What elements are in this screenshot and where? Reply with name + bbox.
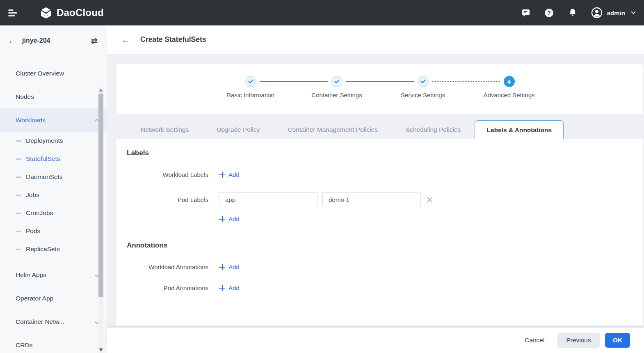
avatar <box>591 7 603 19</box>
ok-button[interactable]: OK <box>605 333 630 348</box>
tab-labels-annotations[interactable]: Labels & Annotations <box>475 120 564 139</box>
plus-icon <box>219 216 225 222</box>
switch-cluster-icon[interactable]: ⇄ <box>91 36 98 46</box>
labels-annotations-panel: Labels Workload Labels Add Pod Labels <box>116 139 643 325</box>
sidebar-item-pods[interactable]: Pods <box>0 222 107 240</box>
dash-icon <box>16 158 21 160</box>
scroll-down-arrow-icon[interactable] <box>99 348 103 351</box>
workload-labels-label: Workload Labels <box>127 171 208 178</box>
sidebar-scrollbar[interactable] <box>98 87 103 353</box>
help-icon[interactable]: ? <box>544 7 555 18</box>
page-body: Basic Information Container Settings Ser… <box>107 54 644 328</box>
sidebar-item-deployments[interactable]: Deployments <box>0 132 107 150</box>
sidebar-item-crds[interactable]: CRDs <box>0 333 107 353</box>
step-basic-information[interactable]: Basic Information <box>208 76 294 99</box>
chevron-down-icon <box>631 9 635 14</box>
svg-text:?: ? <box>548 9 551 16</box>
sidebar-item-container-network[interactable]: Container Netw... <box>0 310 107 333</box>
pod-annotations-label: Pod Annotations <box>127 284 208 291</box>
sidebar-item-operator-app[interactable]: Operator App <box>0 287 107 310</box>
annotations-section-title: Annotations <box>127 241 631 250</box>
stepper: Basic Information Container Settings Ser… <box>116 64 643 114</box>
user-menu[interactable]: admin <box>591 7 635 19</box>
main-area: ← Create StatefulSets Basic Information <box>107 25 644 353</box>
tab-network-settings[interactable]: Network Settings <box>127 120 203 139</box>
step-check-icon <box>331 76 343 87</box>
sidebar-item-workloads[interactable]: Workloads <box>0 108 107 132</box>
pod-annotations-add-button[interactable]: Add <box>219 284 240 291</box>
pod-labels-label: Pod Labels <box>127 196 208 203</box>
username-label: admin <box>607 9 625 16</box>
dash-icon <box>16 213 21 214</box>
sidebar-item-replicasets[interactable]: ReplicaSets <box>0 240 107 258</box>
pod-labels-add-button[interactable]: Add <box>219 215 240 222</box>
tab-upgrade-policy[interactable]: Upgrade Policy <box>203 120 274 139</box>
pod-label-key-input[interactable] <box>219 192 317 207</box>
remove-pod-label-icon[interactable] <box>427 197 433 203</box>
sidebar-item-cronjobs[interactable]: CronJobs <box>0 204 107 222</box>
step-check-icon <box>418 76 429 87</box>
sidebar: ← jinye-204 ⇄ Cluster Overview Nodes Wor… <box>0 25 107 353</box>
step-check-icon <box>245 76 256 87</box>
dash-icon <box>16 249 21 250</box>
cancel-button[interactable]: Cancel <box>522 333 547 348</box>
sidebar-header: ← jinye-204 ⇄ <box>0 25 107 56</box>
scrollbar-thumb[interactable] <box>98 94 103 297</box>
brand-logo: DaoCloud <box>39 6 104 19</box>
sidebar-item-helm-apps[interactable]: Helm Apps <box>0 263 107 287</box>
plus-icon <box>219 264 225 270</box>
sidebar-item-daemonsets[interactable]: DaemonSets <box>0 168 107 186</box>
page-back-icon[interactable]: ← <box>121 36 130 44</box>
workload-labels-row: Workload Labels Add <box>127 171 631 178</box>
settings-tabs: Network Settings Upgrade Policy Containe… <box>116 120 643 139</box>
dash-icon <box>16 176 21 178</box>
scroll-up-arrow-icon[interactable] <box>99 89 103 92</box>
page-title: Create StatefulSets <box>140 35 206 44</box>
brand-name: DaoCloud <box>57 7 104 18</box>
messages-icon[interactable] <box>521 7 531 18</box>
sidebar-item-cluster-overview[interactable]: Cluster Overview <box>0 62 107 85</box>
pod-label-value-input[interactable] <box>322 192 421 207</box>
workload-annotations-row: Workload Annotations Add <box>127 264 631 270</box>
wizard-footer: Cancel Previous OK <box>107 328 644 353</box>
workload-labels-add-button[interactable]: Add <box>219 171 240 178</box>
page-header: ← Create StatefulSets <box>107 25 644 54</box>
step-service-settings[interactable]: Service Settings <box>380 76 466 99</box>
previous-button[interactable]: Previous <box>557 333 599 348</box>
step-container-settings[interactable]: Container Settings <box>294 76 380 99</box>
sidebar-back-icon[interactable]: ← <box>8 37 16 45</box>
plus-icon <box>219 172 225 178</box>
dash-icon <box>16 195 21 196</box>
sidebar-item-jobs[interactable]: Jobs <box>0 186 107 204</box>
pod-labels-add-row: Add <box>127 215 631 222</box>
tab-container-management-policies[interactable]: Container Management Policies <box>274 120 392 139</box>
tab-scheduling-policies[interactable]: Scheduling Policies <box>392 120 475 139</box>
topbar: DaoCloud ? <box>0 0 644 25</box>
pod-labels-row: Pod Labels <box>127 192 631 207</box>
sidebar-nav: Cluster Overview Nodes Workloads Deploym… <box>0 56 107 353</box>
cluster-name: jinye-204 <box>22 37 50 44</box>
dash-icon <box>16 231 21 232</box>
sidebar-item-statefulsets[interactable]: StatefulSets <box>0 150 107 168</box>
workload-annotations-add-button[interactable]: Add <box>219 264 240 270</box>
workload-annotations-label: Workload Annotations <box>127 264 208 270</box>
step-advanced-settings[interactable]: 4 Advanced Settings <box>466 76 552 99</box>
hamburger-menu-icon[interactable] <box>8 8 21 18</box>
step-number-badge: 4 <box>504 76 515 87</box>
sidebar-item-nodes[interactable]: Nodes <box>0 85 107 108</box>
labels-section-title: Labels <box>127 149 631 157</box>
dash-icon <box>16 140 21 142</box>
notifications-bell-icon[interactable] <box>567 7 578 18</box>
plus-icon <box>219 285 225 291</box>
pod-annotations-row: Pod Annotations Add <box>127 284 631 291</box>
daocloud-cube-icon <box>39 6 53 19</box>
